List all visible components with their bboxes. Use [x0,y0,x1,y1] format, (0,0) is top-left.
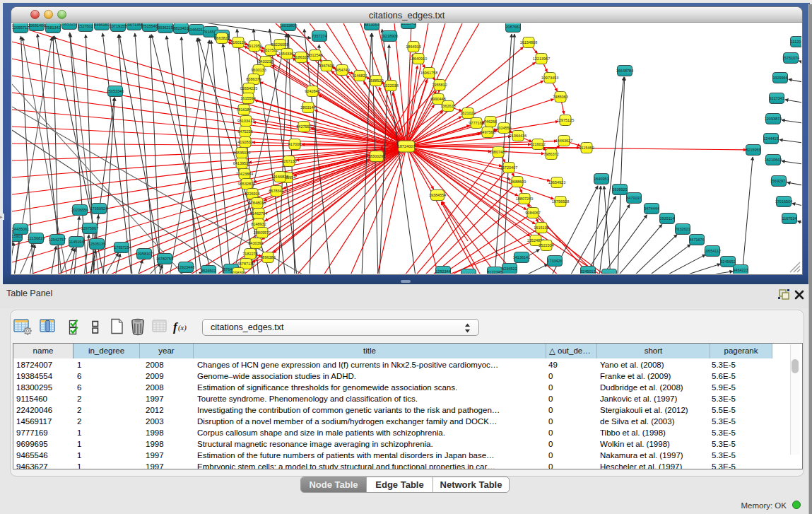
svg-text:7632621: 7632621 [675,227,690,231]
svg-text:8160124: 8160124 [230,40,245,45]
svg-text:20691406: 20691406 [28,23,45,28]
svg-text:9245652: 9245652 [720,259,735,264]
svg-text:12975125: 12975125 [557,118,574,122]
svg-text:746266: 746266 [484,119,497,124]
svg-text:3267130: 3267130 [281,159,296,163]
svg-text:16210643: 16210643 [765,158,782,162]
svg-text:10688609: 10688609 [509,180,526,184]
svg-text:19756928: 19756928 [552,199,569,204]
svg-text:2935114: 2935114 [659,216,674,221]
svg-text:2367608: 2367608 [319,64,334,68]
svg-text:1292344: 1292344 [435,269,450,274]
svg-text:1588520: 1588520 [368,78,383,83]
svg-text:9777169: 9777169 [469,121,483,125]
svg-text:16782759: 16782759 [156,257,173,261]
svg-text:1226916: 1226916 [245,192,259,196]
svg-text:8148932: 8148932 [251,222,266,226]
svg-text:9242848: 9242848 [305,89,319,93]
svg-text:16961758: 16961758 [420,71,437,75]
svg-text:16033809: 16033809 [280,23,297,28]
svg-text:7581342: 7581342 [45,25,60,30]
svg-text:7357274: 7357274 [312,34,326,38]
svg-text:417006: 417006 [288,142,301,146]
svg-text:6475255: 6475255 [237,129,252,134]
svg-text:12093873: 12093873 [765,117,782,121]
svg-text:5938925: 5938925 [612,187,627,192]
svg-text:7663822: 7663822 [214,36,229,40]
svg-text:8471676: 8471676 [689,238,704,242]
svg-text:8795234: 8795234 [601,272,616,274]
svg-text:5098393: 5098393 [230,271,245,274]
svg-text:6234522: 6234522 [502,267,517,271]
svg-text:10807487: 10807487 [490,150,507,154]
svg-text:51462704: 51462704 [250,211,267,216]
svg-text:8427552: 8427552 [296,124,311,129]
svg-text:93103413: 93103413 [237,119,254,123]
svg-text:1244415: 1244415 [763,136,778,141]
svg-text:65787133: 65787133 [237,262,254,266]
svg-text:4896383: 4896383 [260,255,275,259]
svg-text:7182278: 7182278 [242,252,257,256]
svg-text:9227343: 9227343 [769,96,784,100]
svg-text:6990448: 6990448 [430,97,445,101]
svg-text:12213967: 12213967 [533,57,550,61]
svg-text:10958107: 10958107 [136,252,153,256]
svg-text:19384554: 19384554 [429,193,446,197]
svg-text:20206556: 20206556 [71,208,88,212]
svg-text:9936215: 9936215 [158,25,172,30]
svg-text:8813054: 8813054 [364,23,379,27]
svg-text:6497568: 6497568 [480,130,495,134]
svg-text:1362615: 1362615 [440,104,455,108]
svg-text:17359924: 17359924 [90,206,107,211]
svg-text:18807249: 18807249 [516,197,533,201]
svg-text:1112045: 1112045 [791,40,801,44]
svg-text:1615594: 1615594 [240,96,255,100]
svg-text:64835030: 64835030 [233,151,250,155]
svg-text:72423884: 72423884 [236,172,253,176]
svg-text:6479197: 6479197 [626,196,641,200]
svg-text:32975867: 32975867 [81,226,98,230]
svg-text:8386379: 8386379 [246,77,261,81]
svg-text:7955812: 7955812 [432,83,447,87]
svg-text:18724007: 18724007 [398,144,415,148]
svg-text:9146821: 9146821 [352,74,367,78]
svg-text:14435061: 14435061 [12,227,29,231]
svg-text:1640951: 1640951 [594,177,608,181]
svg-text:12923448: 12923448 [177,265,194,269]
svg-text:14463627: 14463627 [555,139,572,143]
svg-text:10719155: 10719155 [110,24,126,28]
svg-text:17016504: 17016504 [775,199,792,204]
svg-text:5430391: 5430391 [248,241,263,245]
svg-text:9312546: 9312546 [307,53,322,57]
svg-text:7485063: 7485063 [553,95,567,99]
svg-text:12156819: 12156819 [28,236,45,240]
svg-text:1167534: 1167534 [782,216,796,221]
svg-text:1145194: 1145194 [69,240,83,244]
svg-text:1527602: 1527602 [78,24,93,28]
svg-text:13654923: 13654923 [548,180,565,185]
svg-text:64139537: 64139537 [233,161,250,165]
svg-text:1733426: 1733426 [547,259,562,263]
svg-text:18300295: 18300295 [368,154,385,158]
svg-text:9115460: 9115460 [579,146,594,150]
svg-text:6466160: 6466160 [94,23,109,27]
svg-text:1112345: 1112345 [401,23,416,25]
svg-text:6216012: 6216012 [530,142,545,146]
svg-text:21364436: 21364436 [510,134,526,138]
svg-text:18640910: 18640910 [410,57,427,61]
svg-text:7986372: 7986372 [543,152,558,156]
svg-text:10671355: 10671355 [126,23,143,27]
svg-text:7515546: 7515546 [142,24,157,28]
svg-text:9084067: 9084067 [525,211,540,215]
svg-text:(x): (x) [178,324,187,332]
svg-text:9524502: 9524502 [201,269,216,273]
svg-text:0433218: 0433218 [258,59,273,64]
svg-text:8678342: 8678342 [269,189,283,193]
svg-text:8122345: 8122345 [487,270,502,274]
svg-text:15692971: 15692971 [770,179,787,183]
svg-text:28809570: 28809570 [254,230,271,235]
svg-text:12055712: 12055712 [12,25,29,30]
svg-text:19218906: 19218906 [381,34,398,38]
svg-text:1795725: 1795725 [114,245,129,250]
svg-text:15751074: 15751074 [782,56,799,60]
